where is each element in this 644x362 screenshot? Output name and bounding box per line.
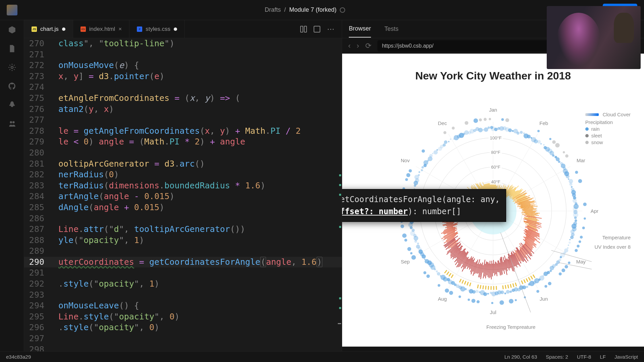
- code-line[interactable]: 296.style("opacity", 0): [24, 322, 342, 333]
- signature-help-popup: getCoordinatesForAngle(angle: any, offse…: [342, 189, 506, 222]
- code-line[interactable]: 294onMouseLeave() {: [24, 300, 342, 311]
- month-label: Dec: [438, 120, 447, 126]
- svg-point-605: [575, 171, 578, 174]
- webcam-overlay[interactable]: [547, 6, 641, 69]
- tab-browser[interactable]: Browser: [349, 20, 371, 38]
- editor-tabs-actions: ⋯: [300, 20, 342, 38]
- split-editor-icon[interactable]: [300, 26, 307, 33]
- svg-point-567: [422, 166, 424, 169]
- code-line[interactable]: 276atan2(y, x): [24, 104, 342, 115]
- code-line[interactable]: 280: [24, 147, 342, 159]
- code-line[interactable]: 281ooltipArcGenerator = d3.arc(): [24, 159, 342, 170]
- code-line[interactable]: 272onMouseMove(e) {: [24, 60, 342, 71]
- svg-point-580: [448, 141, 449, 142]
- svg-point-598: [505, 118, 509, 122]
- svg-point-602: [555, 143, 559, 147]
- code-line[interactable]: 278le = getAngleFromCoordinates(x, y) + …: [24, 126, 342, 137]
- code-line[interactable]: 291: [24, 267, 342, 279]
- file-tab[interactable]: #styles.css: [129, 20, 185, 38]
- code-line[interactable]: 282nerRadius(0): [24, 169, 342, 180]
- code-line[interactable]: 289: [24, 246, 342, 257]
- breadcrumb-drafts[interactable]: Drafts: [265, 6, 281, 13]
- more-actions-icon[interactable]: ⋯: [327, 25, 335, 34]
- chart-legend: Cloud Cover Precipitation rainsleetsnow: [585, 111, 631, 145]
- svg-point-491: [529, 281, 535, 286]
- svg-line-390: [522, 281, 523, 284]
- svg-point-532: [425, 259, 429, 263]
- file-tab[interactable]: <>index.html×: [73, 20, 129, 38]
- code-line[interactable]: 295Line.style("opacity", 0): [24, 311, 342, 322]
- code-content: dAngle(angle + 0.015): [54, 202, 164, 213]
- toggle-panel-icon[interactable]: [314, 26, 320, 33]
- svg-line-395: [505, 285, 506, 289]
- status-spaces[interactable]: Spaces: 2: [546, 354, 568, 360]
- nav-forward-icon[interactable]: ›: [357, 42, 359, 50]
- svg-point-615: [565, 265, 568, 268]
- workspace-avatar[interactable]: [7, 5, 17, 15]
- file-tab[interactable]: JSchart.js: [24, 20, 73, 38]
- code-line[interactable]: 297: [24, 333, 342, 344]
- legend-dot-icon: [585, 127, 589, 131]
- code-line[interactable]: 290uterCoordinates = getCoordinatesForAn…: [24, 257, 342, 268]
- settings-icon[interactable]: [8, 63, 16, 72]
- top-bar: Drafts / Module 7 (forked) ♡ 0 ➦ Share: [0, 0, 644, 20]
- live-icon[interactable]: [8, 119, 16, 128]
- svg-line-204: [491, 261, 492, 279]
- svg-point-511: [475, 290, 479, 293]
- close-tab-icon[interactable]: ×: [118, 26, 122, 33]
- radial-tick-label: 100°F: [489, 135, 503, 141]
- code-line[interactable]: 292.style("opacity", 1): [24, 279, 342, 290]
- svg-point-594: [484, 127, 488, 132]
- code-line[interactable]: 275etAngleFromCoordinates = (x, y) => (: [24, 93, 342, 104]
- code-line[interactable]: 293: [24, 290, 342, 301]
- code-line[interactable]: 284artAngle(angle - 0.015): [24, 191, 342, 202]
- sandbox-icon[interactable]: [8, 25, 16, 34]
- svg-point-564: [418, 174, 420, 176]
- svg-line-198: [497, 263, 498, 272]
- code-line[interactable]: 271: [24, 49, 342, 60]
- svg-point-505: [491, 292, 496, 297]
- code-line[interactable]: 273x, y] = d3.pointer(e): [24, 71, 342, 82]
- breadcrumb-project[interactable]: Module 7 (forked): [289, 6, 336, 13]
- svg-point-609: [582, 227, 585, 229]
- file-tab-label: styles.css: [146, 26, 170, 33]
- radial-tick-label: 80°F: [490, 149, 502, 155]
- status-commit[interactable]: e34c83a29: [6, 354, 31, 360]
- svg-line-385: [533, 275, 535, 278]
- code-line[interactable]: 288yle("opacity", 1): [24, 235, 342, 246]
- code-line[interactable]: 274: [24, 82, 342, 93]
- month-label: Sep: [401, 259, 410, 264]
- status-lang[interactable]: JavaScript: [614, 354, 638, 360]
- status-eol[interactable]: LF: [600, 354, 606, 360]
- code-line[interactable]: 285dAngle(angle + 0.015): [24, 202, 342, 213]
- nav-back-icon[interactable]: ‹: [348, 42, 351, 50]
- tab-tests[interactable]: Tests: [384, 21, 398, 37]
- svg-point-482: [550, 266, 554, 270]
- dirty-indicator-icon: [62, 27, 65, 31]
- reload-icon[interactable]: ⟳: [365, 42, 371, 50]
- status-cursor[interactable]: Ln 290, Col 63: [504, 354, 537, 360]
- code-content: .style("opacity", 1): [54, 279, 159, 290]
- overview-ruler[interactable]: [337, 38, 342, 362]
- legend-dot-icon: [585, 134, 589, 137]
- status-encoding[interactable]: UTF-8: [577, 354, 591, 360]
- svg-point-469: [570, 236, 574, 239]
- code-line[interactable]: 286: [24, 213, 342, 224]
- svg-point-620: [536, 290, 539, 293]
- explorer-icon[interactable]: [8, 44, 16, 53]
- svg-point-639: [402, 233, 407, 238]
- breadcrumb: Drafts / Module 7 (forked): [265, 6, 345, 13]
- code-line[interactable]: 287Line.attr("d", tooltipArcGenerator()): [24, 224, 342, 235]
- svg-point-651: [452, 127, 455, 130]
- code-line[interactable]: 277: [24, 115, 342, 126]
- code-line[interactable]: 270class", "tooltip-line"): [24, 38, 342, 49]
- frozen-icon[interactable]: [340, 7, 345, 13]
- radial-tick-label: 60°F: [490, 164, 502, 170]
- code-line[interactable]: 279le < 0) angle = (Math.PI * 2) + angle: [24, 136, 342, 147]
- code-editor[interactable]: 270class", "tooltip-line")271272onMouseM…: [24, 38, 342, 362]
- svg-point-601: [552, 140, 556, 144]
- line-number: 294: [24, 300, 54, 311]
- github-icon[interactable]: [8, 82, 16, 90]
- deploy-icon[interactable]: [8, 101, 16, 109]
- code-line[interactable]: 283terRadius(dimensions.boundedRadius * …: [24, 180, 342, 191]
